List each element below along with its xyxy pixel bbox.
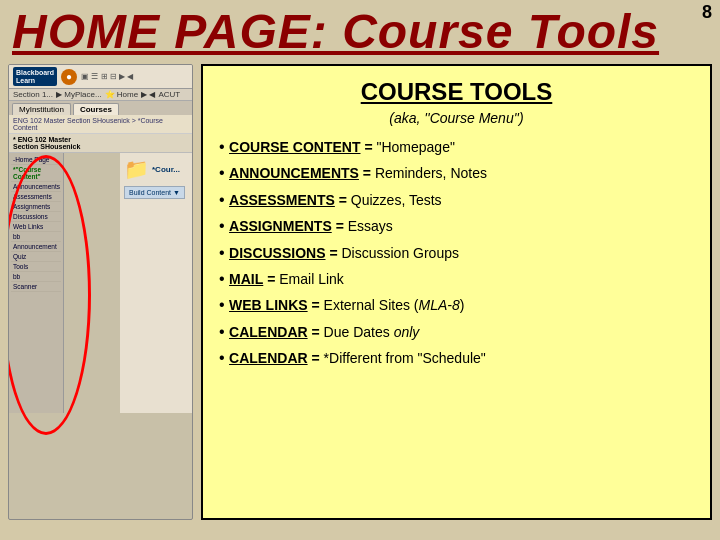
tool-link-course-content: COURSE CONTENT — [229, 139, 360, 155]
bb-nav-tools[interactable]: Tools — [11, 262, 61, 272]
bb-logo-icon: ● — [61, 69, 77, 85]
page-title: HOME PAGE: Course Tools — [0, 0, 720, 60]
bb-nav-quiz[interactable]: Quiz — [11, 252, 61, 262]
bb-main-content: 📁 *Cour... Build Content ▼ WEEK #1: — [120, 153, 192, 413]
bb-nav-assignments[interactable]: Assignments — [11, 202, 61, 212]
bb-course-header: * ENG 102 MasterSection SHousenick — [9, 134, 192, 153]
bb-nav-bar: Section 1...▶ MyPlace...⭐ Home▶ ◀ACUT — [9, 89, 192, 101]
tool-equals-1: = — [364, 139, 376, 155]
bb-left-navigation: -Home Page *"Course Content" Announcemen… — [9, 153, 64, 413]
tool-link-assessments: ASSESSMENTS — [229, 192, 335, 208]
bb-nav-discussions[interactable]: Discussions — [11, 212, 61, 222]
bb-tabs: MyInstitution Courses — [9, 101, 192, 115]
course-tools-subtitle: (aka, ''Course Menu'') — [219, 110, 694, 126]
tool-equals-2: = — [363, 165, 375, 181]
bb-nav-bb2[interactable]: bb — [11, 272, 61, 282]
bb-nav-announcement[interactable]: Announcement — [11, 242, 61, 252]
bb-breadcrumb: ENG 102 Master Section SHousenick > *Cou… — [9, 115, 192, 134]
blackboard-panel: BlackboardLearn ● ▣ ☰ ⊞ ⊟ ▶ ◀ Section 1.… — [8, 64, 193, 520]
tool-desc-3: Quizzes, Tests — [351, 192, 442, 208]
list-item: COURSE CONTENT = "Homepage" — [219, 136, 694, 158]
bb-toolbar: BlackboardLearn ● ▣ ☰ ⊞ ⊟ ▶ ◀ — [9, 65, 192, 89]
bb-course-content-label: *Cour... — [152, 165, 180, 174]
list-item: ANNOUNCEMENTS = Reminders, Notes — [219, 162, 694, 184]
tool-equals-7: = — [312, 297, 324, 313]
tool-desc-4: Essays — [348, 218, 393, 234]
course-tools-title: COURSE TOOLS — [219, 78, 694, 106]
course-tools-panel: COURSE TOOLS (aka, ''Course Menu'') COUR… — [201, 64, 712, 520]
page-number: 8 — [702, 2, 712, 23]
tool-list: COURSE CONTENT = "Homepage" ANNOUNCEMENT… — [219, 136, 694, 370]
tool-link-calendar-1: CALENDAR — [229, 324, 308, 340]
tool-equals-4: = — [336, 218, 348, 234]
bb-nav-bb1[interactable]: bb — [11, 232, 61, 242]
bb-build-content-button[interactable]: Build Content ▼ — [124, 186, 185, 199]
tool-desc-1: "Homepage" — [376, 139, 454, 155]
tool-desc-8: Due Dates only — [324, 324, 420, 340]
bb-tab-courses[interactable]: Courses — [73, 103, 119, 115]
tool-link-announcements: ANNOUNCEMENTS — [229, 165, 359, 181]
tool-link-discussions: DISCUSSIONS — [229, 245, 325, 261]
tool-desc-5: Discussion Groups — [341, 245, 459, 261]
bb-nav-assessments[interactable]: Assessments — [11, 192, 61, 202]
bb-nav-announcements[interactable]: Announcements — [11, 182, 61, 192]
tool-link-calendar-2: CALENDAR — [229, 350, 308, 366]
tool-link-weblinks: WEB LINKS — [229, 297, 308, 313]
tool-equals-5: = — [329, 245, 341, 261]
tool-desc-7: External Sites (MLA-8) — [324, 297, 465, 313]
bb-tab-myinstitution[interactable]: MyInstitution — [12, 103, 71, 115]
list-item: ASSIGNMENTS = Essays — [219, 215, 694, 237]
list-item: DISCUSSIONS = Discussion Groups — [219, 242, 694, 264]
tool-desc-9: *Different from "Schedule" — [324, 350, 486, 366]
tool-link-assignments: ASSIGNMENTS — [229, 218, 332, 234]
bb-nav-course-content[interactable]: *"Course Content" — [11, 165, 61, 182]
list-item: CALENDAR = Due Dates only — [219, 321, 694, 343]
tool-link-mail: MAIL — [229, 271, 263, 287]
tool-equals-3: = — [339, 192, 351, 208]
bb-nav-scanner[interactable]: Scanner — [11, 282, 61, 292]
tool-desc-6: Email Link — [279, 271, 344, 287]
list-item: ASSESSMENTS = Quizzes, Tests — [219, 189, 694, 211]
tool-equals-8: = — [312, 324, 324, 340]
list-item: WEB LINKS = External Sites (MLA-8) — [219, 294, 694, 316]
bb-folder-icon: 📁 — [124, 157, 149, 181]
tool-equals-6: = — [267, 271, 279, 287]
tool-desc-2: Reminders, Notes — [375, 165, 487, 181]
bb-nav-homepage[interactable]: -Home Page — [11, 155, 61, 165]
tool-equals-9: = — [312, 350, 324, 366]
list-item: MAIL = Email Link — [219, 268, 694, 290]
list-item: CALENDAR = *Different from "Schedule" — [219, 347, 694, 369]
bb-nav-weblinks[interactable]: Web Links — [11, 222, 61, 232]
bb-logo: BlackboardLearn — [13, 67, 57, 86]
